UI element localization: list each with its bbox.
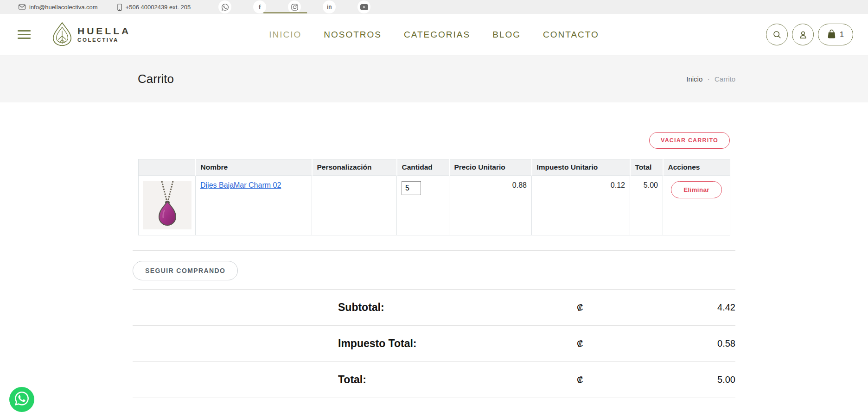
nav-item-categorias[interactable]: CATEGORIAS [403,27,471,43]
currency-symbol: ₡ [577,303,583,313]
tax-total-value: 0.58 [717,338,735,349]
nav-item-contacto[interactable]: CONTACTO [542,27,600,43]
topbar-phone[interactable]: +506 40002439 ext. 205 [117,4,191,11]
envelope-icon [19,4,26,10]
breadcrumb-separator: · [707,75,710,84]
tax-total-label: Impuesto Total: [338,337,417,350]
cart-page-content: VACIAR CARRITO Nombre Personalización Ca… [133,132,735,418]
cart-count-badge: 1 [840,30,844,39]
topbar: info@huellacolectiva.com +506 40002439 e… [0,0,868,14]
nav-item-inicio[interactable]: INICIO [268,27,302,43]
empty-cart-button[interactable]: VACIAR CARRITO [649,132,730,149]
col-total: Total [630,159,663,176]
main-header: HUELLA COLECTIVA INICIO NOSOTROS CATEGOR… [0,14,868,56]
grand-total-label: Total: [338,374,366,386]
product-image-pendant[interactable] [143,181,191,229]
page-header-band: Carrito Inicio · Carrito [0,56,868,102]
brand-logo[interactable]: HUELLA COLECTIVA [51,22,131,48]
phone-text: +506 40002439 ext. 205 [126,4,191,11]
grand-total-row: Total: ₡ 5.00 [133,362,735,398]
nav-item-nosotros[interactable]: NOSOTROS [323,27,383,43]
unit-price-cell: 0.88 [449,176,532,235]
search-button[interactable] [766,24,788,45]
breadcrumb: Inicio · Carrito [686,75,735,84]
col-precio-unitario: Precio Unitario [449,159,532,176]
whatsapp-float-button[interactable] [9,387,34,412]
product-name-link[interactable]: Dijes BajaMar Charm 02 [200,181,281,189]
nav-item-blog[interactable]: BLOG [491,27,522,43]
cart-table-header-row: Nombre Personalización Cantidad Precio U… [139,159,730,176]
subtotal-label: Subtotal: [338,301,384,314]
email-text: info@huellacolectiva.com [29,4,98,11]
youtube-icon[interactable] [357,0,370,13]
cart-button[interactable]: 1 [818,24,853,45]
grand-total-value: 5.00 [717,374,735,385]
remove-item-button[interactable]: Eliminar [671,181,722,198]
page-title: Carrito [138,72,174,86]
mobile-phone-icon [117,4,122,11]
tax-total-row: Impuesto Total: ₡ 0.58 [133,326,735,362]
currency-symbol: ₡ [577,339,583,349]
user-account-button[interactable] [792,24,814,45]
header-actions: 1 [766,24,853,45]
col-personalizacion: Personalización [312,159,397,176]
whatsapp-icon [15,392,29,407]
unit-tax-cell: 0.12 [532,176,630,235]
shopping-bag-icon [827,29,836,40]
personalization-cell [312,176,397,235]
whatsapp-icon[interactable] [218,0,231,13]
col-nombre: Nombre [196,159,312,176]
cart-table: Nombre Personalización Cantidad Precio U… [138,159,730,235]
continue-shopping-section: SEGUIR COMPRANDO [133,250,735,290]
header-divider [41,20,41,49]
breadcrumb-current: Carrito [715,75,735,83]
brand-name: HUELLA COLECTIVA [77,26,131,43]
hamburger-menu-icon[interactable] [18,28,31,41]
col-image [139,159,196,176]
subtotal-value: 4.42 [717,302,735,313]
topbar-email[interactable]: info@huellacolectiva.com [19,4,98,11]
linkedin-icon[interactable]: in [323,0,336,13]
quantity-input[interactable] [402,181,421,195]
subtotal-row: Subtotal: ₡ 4.42 [133,290,735,326]
cart-item-row: Dijes BajaMar Charm 02 0.88 0.12 5.00 El… [139,176,730,235]
continue-shopping-button[interactable]: SEGUIR COMPRANDO [133,261,238,280]
line-total-cell: 5.00 [630,176,663,235]
leaf-seed-logo-icon [51,22,73,48]
main-nav: INICIO NOSOTROS CATEGORIAS BLOG CONTACTO [268,27,600,43]
currency-symbol: ₡ [577,375,583,385]
col-acciones: Acciones [663,159,730,176]
breadcrumb-home-link[interactable]: Inicio [686,75,702,83]
col-cantidad: Cantidad [397,159,449,176]
col-impuesto-unitario: Impuesto Unitario [532,159,630,176]
